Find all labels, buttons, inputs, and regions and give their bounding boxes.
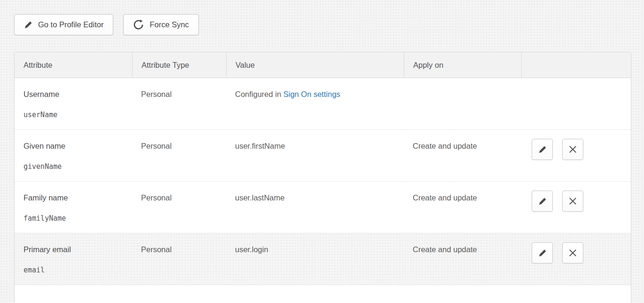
toolbar: Go to Profile Editor Force Sync [14,14,199,35]
value-text: user.login [235,245,268,254]
edit-attribute-button[interactable] [532,191,553,212]
apply-on-cell: Create and update [404,233,521,285]
x-icon [569,197,577,205]
value-text: user.lastName [235,193,284,202]
header-value: Value [226,52,404,78]
header-actions [521,52,631,78]
value-prefix: Configured in [235,90,283,98]
force-sync-button[interactable]: Force Sync [123,14,198,35]
attribute-type-cell: Personal [132,130,226,181]
header-apply-on: Apply on [404,52,521,78]
header-attribute-type: Attribute Type [132,52,226,78]
edit-attribute-button[interactable] [532,139,553,160]
go-to-profile-editor-label: Go to Profile Editor [38,20,103,29]
value-cell: user.login [226,233,404,285]
attribute-label: Username [24,90,126,99]
value-text: user.firstName [235,142,285,150]
actions-cell [521,233,631,285]
table-row: Given name givenName Personal user.first… [15,130,631,182]
pencil-icon [538,145,547,154]
pencil-icon [538,197,547,206]
attribute-label: Family name [24,193,126,202]
actions-cell [521,182,631,233]
table-body: Username userName Personal Configured in… [15,78,631,285]
table-header-row: Attribute Attribute Type Value Apply on [15,52,631,78]
pencil-icon [24,21,32,29]
attribute-code: email [24,266,126,274]
table-row: Username userName Personal Configured in… [15,78,631,130]
attribute-code: givenName [24,162,126,171]
apply-on-cell: Create and update [404,182,521,233]
attribute-mappings-table: Attribute Attribute Type Value Apply on … [14,52,631,303]
apply-on-cell: Create and update [404,130,521,181]
force-sync-label: Force Sync [149,20,188,29]
attribute-type-cell: Personal [132,182,226,233]
delete-attribute-button[interactable] [562,242,583,263]
delete-attribute-button[interactable] [562,139,583,160]
table-row: Primary email email Personal user.login … [15,233,631,285]
sign-on-settings-link[interactable]: Sign On settings [283,90,340,98]
x-icon [569,249,577,257]
delete-attribute-button[interactable] [562,191,583,212]
value-cell: user.lastName [226,182,404,233]
attribute-cell: Username userName [15,78,132,129]
actions-cell [521,130,631,181]
attribute-cell: Primary email email [15,233,132,285]
attribute-cell: Given name givenName [15,130,132,181]
attribute-cell: Family name familyName [15,182,132,233]
apply-on-cell [404,78,521,129]
header-attribute: Attribute [15,52,132,78]
attribute-type-cell: Personal [132,78,226,129]
attribute-code: familyName [24,214,126,223]
go-to-profile-editor-button[interactable]: Go to Profile Editor [14,14,113,35]
refresh-icon [133,19,144,30]
pencil-icon [538,249,547,257]
attribute-label: Given name [24,142,126,151]
value-cell: Configured in Sign On settings [226,78,404,129]
table-row: Family name familyName Personal user.las… [15,182,631,233]
x-icon [569,145,577,153]
attribute-code: userName [24,111,126,119]
edit-attribute-button[interactable] [532,242,553,263]
attribute-label: Primary email [24,245,126,254]
attribute-type-cell: Personal [132,233,226,285]
page: Go to Profile Editor Force Sync Attribut… [0,0,644,303]
value-cell: user.firstName [226,130,404,181]
